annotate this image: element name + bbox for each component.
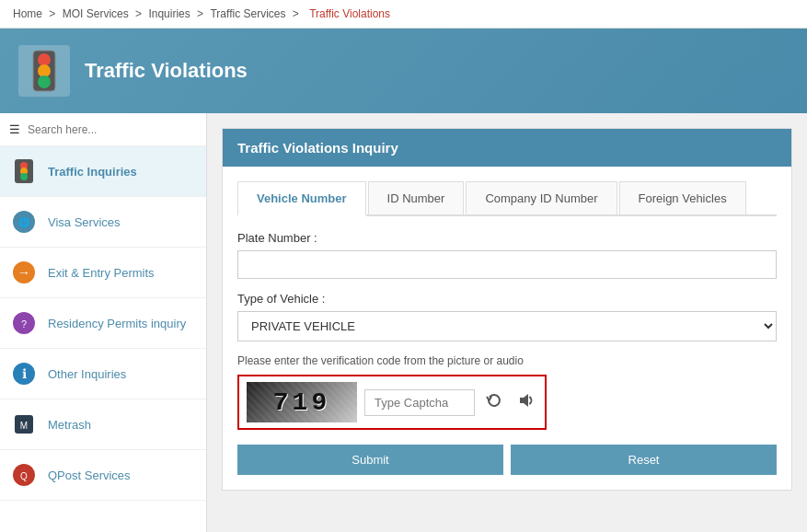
- action-buttons: Submit Reset: [237, 445, 777, 475]
- page-header: Traffic Violations: [0, 29, 807, 113]
- page-title: Traffic Violations: [85, 59, 248, 83]
- svg-point-3: [38, 75, 51, 88]
- svg-text:ℹ: ℹ: [22, 366, 27, 381]
- captcha-input[interactable]: [364, 389, 475, 416]
- sidebar-item-exit-entry[interactable]: → Exit & Entry Permits: [0, 248, 206, 298]
- svg-point-2: [38, 64, 51, 77]
- hamburger-icon: ☰: [9, 122, 20, 136]
- main-content: Traffic Violations Inquiry Vehicle Numbe…: [207, 113, 807, 532]
- svg-text:🌐: 🌐: [18, 216, 30, 228]
- sidebar-item-residency[interactable]: ? Residency Permits inquiry: [0, 298, 206, 349]
- sidebar-label-visa: Visa Services: [48, 215, 121, 229]
- sidebar-item-traffic-inquiries[interactable]: Traffic Inquiries: [0, 146, 206, 197]
- metrash-icon: M: [9, 410, 39, 439]
- form-body: Vehicle Number ID Number Company ID Numb…: [223, 167, 791, 490]
- form-panel: Traffic Violations Inquiry Vehicle Numbe…: [222, 128, 792, 491]
- sidebar-label-other: Other Inquiries: [48, 367, 126, 381]
- sidebar-item-other-inquiries[interactable]: ℹ Other Inquiries: [0, 349, 206, 399]
- sidebar-label-residency: Residency Permits inquiry: [48, 317, 186, 330]
- main-layout: ☰ Traffic Inquiries 🌐 Visa Se: [0, 113, 807, 532]
- sidebar: ☰ Traffic Inquiries 🌐 Visa Se: [0, 113, 207, 532]
- visa-icon: 🌐: [9, 207, 39, 237]
- breadcrumb-inquiries[interactable]: Inquiries: [148, 7, 190, 20]
- sidebar-item-visa-services[interactable]: 🌐 Visa Services: [0, 197, 206, 248]
- svg-text:?: ?: [21, 318, 27, 330]
- breadcrumb-home[interactable]: Home: [13, 7, 42, 20]
- vehicle-type-select[interactable]: PRIVATE VEHICLE COMMERCIAL VEHICLE MOTOR…: [237, 311, 777, 341]
- tab-foreign-vehicles[interactable]: Foreign Vehicles: [619, 181, 746, 214]
- captcha-container: 719: [237, 375, 547, 430]
- tab-company-id-number[interactable]: Company ID Number: [466, 181, 617, 214]
- sidebar-item-metrash[interactable]: M Metrash: [0, 399, 206, 450]
- type-of-vehicle-label: Type of Vehicle :: [237, 292, 777, 306]
- tab-id-number[interactable]: ID Number: [368, 181, 465, 214]
- breadcrumb-current: Traffic Violations: [309, 7, 390, 20]
- svg-marker-20: [520, 394, 528, 407]
- breadcrumb-moi[interactable]: MOI Services: [63, 7, 129, 20]
- sidebar-label-exit: Exit & Entry Permits: [48, 266, 155, 280]
- plate-number-label: Plate Number :: [237, 231, 777, 245]
- exit-entry-icon: →: [9, 258, 39, 287]
- reset-button[interactable]: Reset: [511, 445, 777, 475]
- sidebar-label-metrash: Metrash: [48, 418, 91, 432]
- svg-point-1: [38, 53, 51, 66]
- qpost-icon: Q: [9, 460, 39, 490]
- tab-bar: Vehicle Number ID Number Company ID Numb…: [237, 181, 777, 216]
- traffic-light-icon: [18, 45, 70, 97]
- residency-icon: ?: [9, 308, 39, 338]
- other-inquiries-icon: ℹ: [9, 359, 39, 388]
- captcha-audio-button[interactable]: [513, 388, 537, 416]
- sidebar-label-traffic: Traffic Inquiries: [48, 165, 137, 179]
- sidebar-search-container[interactable]: ☰: [0, 113, 206, 146]
- captcha-instructions: Please enter the verification code from …: [237, 354, 777, 367]
- traffic-inquiries-icon: [9, 156, 39, 186]
- breadcrumb: Home > MOI Services > Inquiries > Traffi…: [0, 0, 807, 29]
- breadcrumb-traffic-services[interactable]: Traffic Services: [210, 7, 285, 20]
- submit-button[interactable]: Submit: [237, 445, 503, 475]
- svg-text:Q: Q: [20, 471, 28, 481]
- captcha-image: 719: [247, 382, 357, 422]
- tab-vehicle-number[interactable]: Vehicle Number: [237, 181, 366, 216]
- svg-point-7: [20, 173, 28, 180]
- captcha-refresh-button[interactable]: [482, 388, 506, 416]
- sidebar-item-qpost[interactable]: Q QPost Services: [0, 450, 206, 501]
- search-input[interactable]: [28, 123, 197, 136]
- plate-number-input[interactable]: [237, 250, 777, 279]
- svg-text:→: →: [17, 265, 30, 280]
- sidebar-label-qpost: QPost Services: [48, 468, 131, 482]
- svg-text:M: M: [20, 421, 28, 431]
- form-panel-title: Traffic Violations Inquiry: [237, 140, 398, 156]
- form-panel-header: Traffic Violations Inquiry: [223, 129, 791, 167]
